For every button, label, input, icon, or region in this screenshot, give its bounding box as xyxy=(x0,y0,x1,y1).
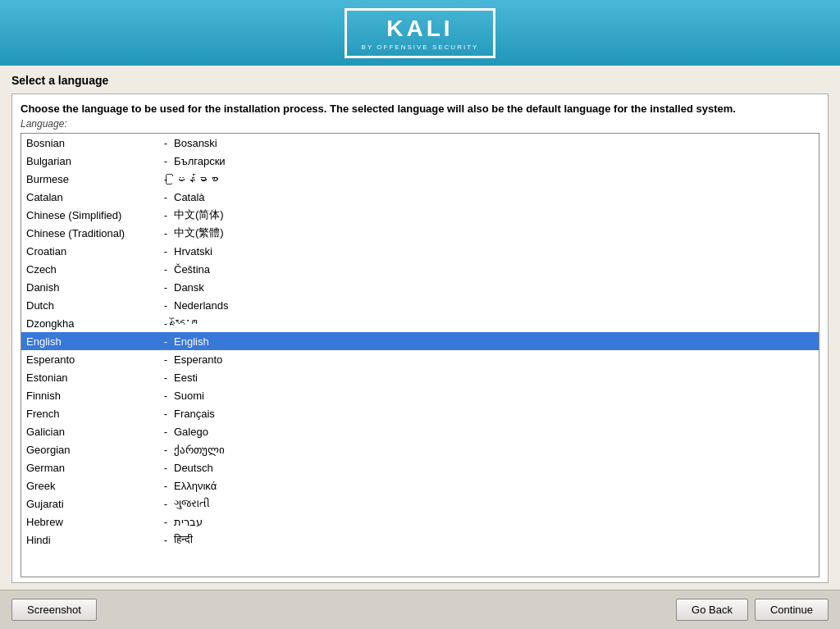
lang-separator: - xyxy=(158,245,174,258)
list-item[interactable]: Estonian-Eesti xyxy=(21,368,819,386)
language-label: Language: xyxy=(21,118,819,130)
lang-separator: - xyxy=(158,444,174,456)
go-back-button[interactable]: Go Back xyxy=(676,599,748,621)
lang-native-name: Български xyxy=(174,155,226,167)
list-item[interactable]: English-English xyxy=(21,332,819,350)
lang-separator: - xyxy=(158,390,174,402)
list-item[interactable]: Danish-Dansk xyxy=(21,278,819,296)
lang-separator: - xyxy=(158,498,174,510)
lang-name: Gujarati xyxy=(26,498,158,510)
lang-separator: - xyxy=(158,371,174,384)
lang-name: Dutch xyxy=(26,299,158,312)
footer-right-buttons: Go Back Continue xyxy=(676,599,829,621)
lang-native-name: Ελληνικά xyxy=(174,480,217,492)
lang-separator: - xyxy=(158,137,174,149)
lang-name: Bosnian xyxy=(26,137,158,149)
list-item[interactable]: Greek-Ελληνικά xyxy=(21,476,819,495)
lang-name: Georgian xyxy=(26,444,158,456)
lang-name: Bulgarian xyxy=(26,155,158,167)
lang-separator: - xyxy=(158,263,174,276)
lang-native-name: עברית xyxy=(174,516,203,528)
lang-separator: - xyxy=(158,173,174,185)
lang-name: Hindi xyxy=(26,534,158,546)
kali-logo-title: KALI xyxy=(386,16,453,42)
lang-native-name: Français xyxy=(174,408,215,420)
list-item[interactable]: Galician-Galego xyxy=(21,422,819,440)
list-item[interactable]: Chinese (Traditional)-中文(繁體) xyxy=(21,224,819,242)
lang-native-name: Català xyxy=(174,191,205,203)
lang-native-name: မြန်မာစာ xyxy=(174,173,219,185)
list-item[interactable]: Catalan-Català xyxy=(21,188,819,206)
lang-name: Danish xyxy=(26,281,158,294)
list-item[interactable]: Finnish-Suomi xyxy=(21,386,819,404)
lang-native-name: Čeština xyxy=(174,263,210,276)
screenshot-button[interactable]: Screenshot xyxy=(11,599,97,621)
kali-logo: KALI BY OFFENSIVE SECURITY xyxy=(345,8,496,58)
instruction-text: Choose the language to be used for the i… xyxy=(21,103,819,115)
list-item[interactable]: Bosnian-Bosanski xyxy=(21,134,819,152)
lang-separator: - xyxy=(158,408,174,420)
lang-native-name: Hrvatski xyxy=(174,245,212,258)
list-item[interactable]: Bulgarian-Български xyxy=(21,152,819,170)
lang-separator: - xyxy=(158,317,174,330)
lang-name: Dzongkha xyxy=(26,317,158,330)
list-item[interactable]: French-Français xyxy=(21,404,819,422)
lang-native-name: 中文(简体) xyxy=(174,207,224,222)
list-item[interactable]: Gujarati-ગુજરાતી xyxy=(21,495,819,513)
lang-separator: - xyxy=(158,353,174,366)
lang-name: Czech xyxy=(26,263,158,276)
lang-name: Greek xyxy=(26,480,158,492)
lang-separator: - xyxy=(158,155,174,167)
footer: Screenshot Go Back Continue xyxy=(0,590,840,629)
language-list-container: Bosnian-BosanskiBulgarian-БългарскиBurme… xyxy=(21,133,819,577)
lang-native-name: English xyxy=(174,335,209,348)
list-item[interactable]: Czech-Čeština xyxy=(21,260,819,278)
list-item[interactable]: Chinese (Simplified)-中文(简体) xyxy=(21,206,819,224)
list-item[interactable]: Hindi-हिन्दी xyxy=(21,531,819,549)
lang-native-name: རྫོང་ཁ xyxy=(174,317,197,330)
lang-separator: - xyxy=(158,426,174,438)
lang-native-name: Bosanski xyxy=(174,137,217,149)
lang-separator: - xyxy=(158,191,174,203)
page-title: Select a language xyxy=(11,74,829,87)
kali-logo-subtitle: BY OFFENSIVE SECURITY xyxy=(362,43,479,51)
lang-name: Chinese (Simplified) xyxy=(26,209,158,221)
lang-separator: - xyxy=(158,299,174,312)
continue-button[interactable]: Continue xyxy=(755,599,829,621)
lang-native-name: Suomi xyxy=(174,390,204,402)
lang-name: Chinese (Traditional) xyxy=(26,227,158,239)
lang-native-name: Galego xyxy=(174,426,208,438)
list-item[interactable]: Esperanto-Esperanto xyxy=(21,350,819,368)
lang-name: Esperanto xyxy=(26,353,158,366)
lang-native-name: Eesti xyxy=(174,371,198,384)
lang-native-name: Nederlands xyxy=(174,299,229,312)
lang-native-name: ગુજરાતી xyxy=(174,497,210,510)
language-list-scroll[interactable]: Bosnian-BosanskiBulgarian-БългарскиBurme… xyxy=(21,134,819,577)
lang-native-name: Esperanto xyxy=(174,353,222,366)
list-item[interactable]: Hebrew-עברית xyxy=(21,513,819,531)
lang-name: German xyxy=(26,462,158,474)
lang-name: Catalan xyxy=(26,191,158,203)
list-item[interactable]: Dutch-Nederlands xyxy=(21,296,819,314)
list-item[interactable]: Dzongkha-རྫོང་ཁ xyxy=(21,314,819,332)
lang-name: Burmese xyxy=(26,173,158,185)
lang-name: Estonian xyxy=(26,371,158,384)
lang-name: Finnish xyxy=(26,390,158,402)
lang-name: French xyxy=(26,408,158,420)
list-item[interactable]: Croatian-Hrvatski xyxy=(21,242,819,260)
header: KALI BY OFFENSIVE SECURITY xyxy=(0,0,840,66)
list-item[interactable]: Burmese-မြန်မာစာ xyxy=(21,170,819,188)
list-item[interactable]: German-Deutsch xyxy=(21,458,819,476)
list-item[interactable]: Georgian-ქართული xyxy=(21,440,819,458)
lang-name: Croatian xyxy=(26,245,158,258)
content-box: Choose the language to be used for the i… xyxy=(11,93,829,583)
lang-native-name: हिन्दी xyxy=(174,533,193,546)
lang-native-name: Deutsch xyxy=(174,462,213,474)
lang-separator: - xyxy=(158,534,174,546)
lang-separator: - xyxy=(158,281,174,294)
lang-separator: - xyxy=(158,209,174,221)
lang-separator: - xyxy=(158,462,174,474)
lang-name: Galician xyxy=(26,426,158,438)
lang-native-name: Dansk xyxy=(174,281,204,294)
lang-separator: - xyxy=(158,335,174,348)
